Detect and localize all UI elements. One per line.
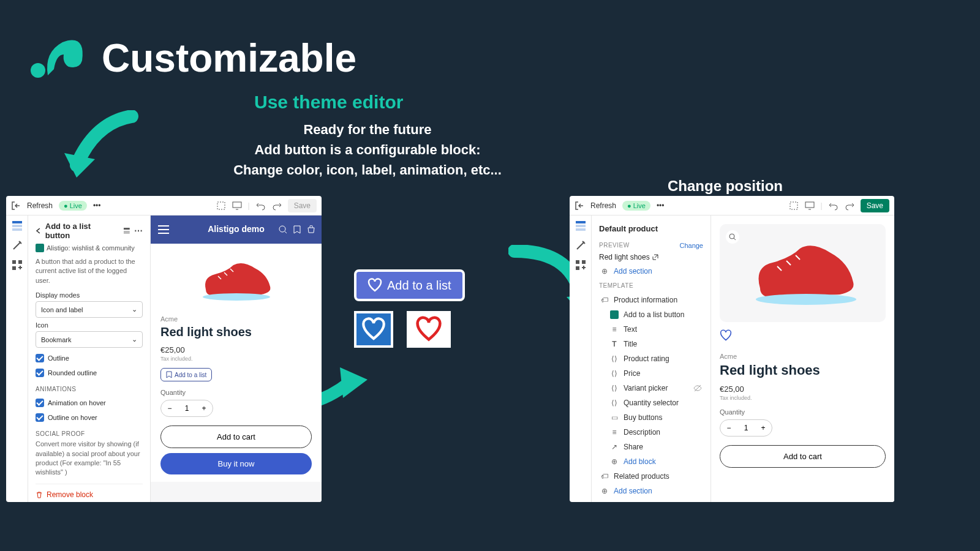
animation-hover-checkbox[interactable]: Animation on hover bbox=[36, 399, 143, 407]
product-image bbox=[748, 239, 858, 307]
tree-quantity[interactable]: ⟨⟩Quantity selector bbox=[599, 395, 703, 410]
zoom-icon[interactable] bbox=[726, 230, 739, 244]
heart-icon bbox=[415, 316, 442, 343]
redo-icon[interactable] bbox=[845, 201, 854, 211]
change-position-label: Change position bbox=[668, 178, 783, 195]
tree-text[interactable]: ≡Text bbox=[599, 322, 703, 337]
social-proof-section: SOCIAL PROOF bbox=[36, 430, 143, 437]
options-icon[interactable]: ⋯ bbox=[134, 226, 143, 236]
text-icon: ≡ bbox=[610, 325, 619, 334]
add-to-cart-button[interactable]: Add to cart bbox=[720, 445, 886, 468]
buy-now-button[interactable]: Buy it now bbox=[160, 453, 312, 474]
sidebar-header: Add to a list button ⋯ bbox=[36, 222, 143, 240]
apps-icon[interactable] bbox=[12, 260, 23, 271]
template-section: TEMPLATE bbox=[599, 282, 703, 289]
quantity-stepper[interactable]: −1+ bbox=[720, 419, 772, 437]
exit-icon[interactable] bbox=[575, 201, 584, 211]
svg-rect-4 bbox=[12, 225, 22, 227]
product-image bbox=[160, 251, 312, 309]
outline-hover-checkbox[interactable]: Outline on hover bbox=[36, 413, 143, 422]
logo-mark bbox=[26, 34, 87, 83]
bookmark-icon[interactable] bbox=[293, 225, 301, 234]
topbar-left: Refresh ● Live ••• | Save bbox=[6, 196, 322, 216]
refresh-label[interactable]: Refresh bbox=[27, 201, 53, 210]
tree-title[interactable]: TTitle bbox=[599, 337, 703, 351]
hero-logo-area: Customizable bbox=[26, 34, 356, 83]
tree-description[interactable]: ≡Description bbox=[599, 425, 703, 440]
add-block-button[interactable]: ⊕Add block bbox=[599, 454, 703, 469]
undo-icon[interactable] bbox=[829, 201, 839, 211]
tree-product-info[interactable]: 🏷Product information bbox=[599, 293, 703, 307]
tree-variant[interactable]: ⟨⟩Variant picker bbox=[599, 381, 703, 395]
desktop-icon[interactable] bbox=[805, 201, 815, 211]
add-to-cart-button[interactable]: Add to cart bbox=[160, 425, 312, 448]
chevron-down-icon: ⌄ bbox=[132, 305, 137, 313]
bracket-icon: ⟨⟩ bbox=[610, 369, 619, 378]
theme-settings-icon[interactable] bbox=[575, 240, 586, 251]
minus-icon: − bbox=[720, 420, 737, 436]
add-section-top[interactable]: ⊕Add section bbox=[599, 264, 703, 279]
heart-icon bbox=[361, 317, 386, 342]
add-to-list-button[interactable]: Add to a list bbox=[160, 368, 212, 381]
desktop-icon[interactable] bbox=[232, 201, 242, 211]
tree-rating[interactable]: ⟨⟩Product rating bbox=[599, 351, 703, 366]
template-title: Default product bbox=[599, 222, 703, 238]
plus-circle-icon: ⊕ bbox=[600, 267, 609, 276]
save-button[interactable]: Save bbox=[861, 199, 889, 212]
inspector-icon[interactable] bbox=[216, 201, 226, 211]
remove-block-button[interactable]: Remove block bbox=[36, 484, 143, 499]
tree-buy-buttons[interactable]: ▭Buy buttons bbox=[599, 410, 703, 425]
back-icon[interactable] bbox=[36, 228, 42, 234]
external-icon bbox=[652, 254, 658, 260]
theme-settings-icon[interactable] bbox=[12, 240, 23, 251]
editor-panel-left: Refresh ● Live ••• | Save Add to a list … bbox=[6, 196, 322, 502]
wishlist-heart-button[interactable] bbox=[720, 329, 886, 344]
sections-icon[interactable] bbox=[575, 220, 586, 231]
display-modes-select[interactable]: Icon and label⌄ bbox=[36, 301, 143, 318]
cart-icon[interactable] bbox=[307, 225, 315, 234]
hamburger-icon[interactable] bbox=[158, 225, 169, 234]
rounded-outline-checkbox[interactable]: Rounded outline bbox=[36, 369, 143, 377]
social-proof-desc: Convert more visitor by showing (if avai… bbox=[36, 440, 143, 478]
save-button[interactable]: Save bbox=[288, 199, 317, 212]
tree-related[interactable]: 🏷Related products bbox=[599, 469, 703, 484]
preview-row: PREVIEWChange bbox=[599, 242, 703, 249]
outline-checkbox[interactable]: Outline bbox=[36, 354, 143, 362]
quantity-stepper[interactable]: −1+ bbox=[160, 400, 213, 417]
plus-icon: + bbox=[195, 400, 213, 416]
svg-rect-20 bbox=[576, 266, 579, 270]
tree-price[interactable]: ⟨⟩Price bbox=[599, 366, 703, 381]
svg-rect-3 bbox=[12, 221, 22, 223]
svg-point-22 bbox=[756, 294, 856, 305]
quantity-label: Quantity bbox=[720, 408, 886, 416]
eye-off-icon[interactable] bbox=[693, 384, 702, 392]
tree-share[interactable]: ↗Share bbox=[599, 440, 703, 454]
svg-rect-10 bbox=[124, 231, 130, 234]
exit-icon[interactable] bbox=[11, 201, 21, 211]
apps-icon[interactable] bbox=[575, 260, 586, 271]
more-menu[interactable]: ••• bbox=[93, 201, 101, 210]
refresh-label[interactable]: Refresh bbox=[590, 201, 616, 210]
svg-point-21 bbox=[729, 234, 734, 239]
shop-header: Alistigo demo bbox=[151, 216, 322, 244]
sections-icon[interactable] bbox=[12, 220, 23, 231]
undo-icon[interactable] bbox=[256, 201, 266, 211]
change-link[interactable]: Change bbox=[679, 242, 703, 249]
redo-icon[interactable] bbox=[272, 201, 282, 211]
brand-label: Acme bbox=[720, 353, 886, 360]
more-menu[interactable]: ••• bbox=[657, 201, 665, 210]
preview-product[interactable]: Red light shoes bbox=[599, 253, 703, 261]
share-icon: ↗ bbox=[610, 443, 619, 451]
live-badge: ● Live bbox=[622, 201, 650, 211]
search-icon[interactable] bbox=[279, 225, 287, 234]
tree-add-to-list[interactable]: Add to a list button bbox=[599, 307, 703, 322]
app-icon bbox=[36, 244, 44, 252]
inspector-icon[interactable] bbox=[789, 201, 799, 211]
block-icon[interactable] bbox=[123, 227, 130, 234]
product-price: €25,00 bbox=[720, 384, 886, 394]
icon-select[interactable]: Bookmark⌄ bbox=[36, 331, 143, 348]
plus-circle-icon: ⊕ bbox=[600, 487, 609, 495]
sidebar-left: Add to a list button ⋯ Alistigo: wishlis… bbox=[28, 216, 151, 502]
bracket-icon: ⟨⟩ bbox=[610, 399, 619, 407]
add-section-bottom[interactable]: ⊕Add section bbox=[599, 484, 703, 498]
